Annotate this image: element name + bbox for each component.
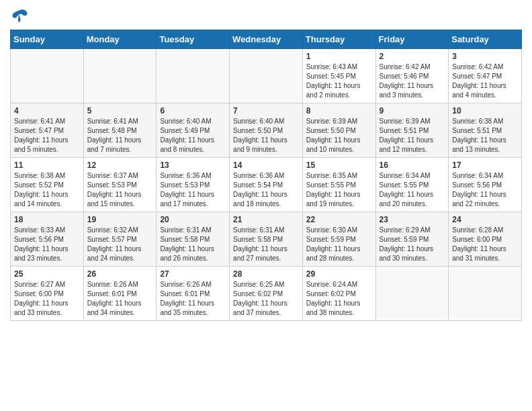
day-info: Sunrise: 6:31 AM Sunset: 5:58 PM Dayligh…	[160, 226, 214, 262]
day-info: Sunrise: 6:30 AM Sunset: 5:59 PM Dayligh…	[306, 226, 361, 262]
calendar-day-cell: 23Sunrise: 6:29 AM Sunset: 5:59 PM Dayli…	[375, 212, 449, 267]
day-info: Sunrise: 6:36 AM Sunset: 5:54 PM Dayligh…	[233, 172, 287, 208]
day-info: Sunrise: 6:32 AM Sunset: 5:57 PM Dayligh…	[87, 226, 142, 262]
day-number: 5	[87, 106, 153, 116]
calendar-day-cell: 14Sunrise: 6:36 AM Sunset: 5:54 PM Dayli…	[230, 158, 303, 212]
column-header-wednesday: Wednesday	[230, 30, 303, 49]
day-number: 19	[87, 215, 153, 224]
calendar-day-cell: 6Sunrise: 6:40 AM Sunset: 5:49 PM Daylig…	[157, 103, 230, 158]
calendar-day-cell: 18Sunrise: 6:33 AM Sunset: 5:56 PM Dayli…	[11, 212, 84, 267]
day-number: 2	[380, 52, 445, 61]
day-number: 25	[14, 269, 80, 279]
day-info: Sunrise: 6:40 AM Sunset: 5:49 PM Dayligh…	[160, 118, 214, 153]
calendar-empty-cell	[449, 267, 522, 321]
calendar-empty-cell	[375, 267, 449, 321]
calendar-week-row: 18Sunrise: 6:33 AM Sunset: 5:56 PM Dayli…	[11, 212, 522, 267]
day-number: 3	[452, 52, 518, 61]
day-number: 12	[87, 161, 153, 170]
column-header-monday: Monday	[83, 30, 157, 49]
calendar-day-cell: 5Sunrise: 6:41 AM Sunset: 5:48 PM Daylig…	[83, 103, 157, 158]
calendar-day-cell: 26Sunrise: 6:26 AM Sunset: 6:01 PM Dayli…	[83, 267, 157, 321]
logo-bird-icon	[10, 7, 29, 26]
day-info: Sunrise: 6:27 AM Sunset: 6:00 PM Dayligh…	[14, 281, 69, 316]
day-info: Sunrise: 6:26 AM Sunset: 6:01 PM Dayligh…	[87, 281, 142, 316]
day-number: 11	[14, 161, 80, 170]
day-info: Sunrise: 6:35 AM Sunset: 5:55 PM Dayligh…	[306, 172, 361, 208]
day-number: 18	[14, 215, 80, 224]
day-info: Sunrise: 6:39 AM Sunset: 5:51 PM Dayligh…	[380, 118, 434, 153]
calendar-empty-cell	[157, 49, 230, 103]
calendar-empty-cell	[230, 49, 303, 103]
day-info: Sunrise: 6:34 AM Sunset: 5:55 PM Dayligh…	[380, 172, 434, 208]
calendar-day-cell: 3Sunrise: 6:42 AM Sunset: 5:47 PM Daylig…	[449, 49, 522, 103]
day-number: 22	[306, 215, 372, 224]
day-info: Sunrise: 6:41 AM Sunset: 5:47 PM Dayligh…	[14, 118, 69, 153]
calendar-day-cell: 28Sunrise: 6:25 AM Sunset: 6:02 PM Dayli…	[230, 267, 303, 321]
day-info: Sunrise: 6:38 AM Sunset: 5:52 PM Dayligh…	[14, 172, 69, 208]
calendar-day-cell: 22Sunrise: 6:30 AM Sunset: 5:59 PM Dayli…	[302, 212, 375, 267]
day-number: 10	[452, 106, 518, 116]
day-info: Sunrise: 6:39 AM Sunset: 5:50 PM Dayligh…	[306, 118, 361, 153]
day-info: Sunrise: 6:40 AM Sunset: 5:50 PM Dayligh…	[233, 118, 287, 153]
day-number: 9	[380, 106, 445, 116]
day-info: Sunrise: 6:37 AM Sunset: 5:53 PM Dayligh…	[87, 172, 142, 208]
calendar-day-cell: 4Sunrise: 6:41 AM Sunset: 5:47 PM Daylig…	[11, 103, 84, 158]
calendar-day-cell: 8Sunrise: 6:39 AM Sunset: 5:50 PM Daylig…	[302, 103, 375, 158]
day-info: Sunrise: 6:28 AM Sunset: 6:00 PM Dayligh…	[452, 226, 506, 262]
day-info: Sunrise: 6:36 AM Sunset: 5:53 PM Dayligh…	[160, 172, 214, 208]
calendar-day-cell: 16Sunrise: 6:34 AM Sunset: 5:55 PM Dayli…	[375, 158, 449, 212]
day-info: Sunrise: 6:42 AM Sunset: 5:46 PM Dayligh…	[380, 63, 434, 99]
day-info: Sunrise: 6:43 AM Sunset: 5:45 PM Dayligh…	[306, 63, 361, 99]
calendar-day-cell: 17Sunrise: 6:34 AM Sunset: 5:56 PM Dayli…	[449, 158, 522, 212]
calendar-header-row: SundayMondayTuesdayWednesdayThursdayFrid…	[11, 30, 522, 49]
day-number: 27	[160, 269, 226, 279]
calendar-day-cell: 9Sunrise: 6:39 AM Sunset: 5:51 PM Daylig…	[375, 103, 449, 158]
calendar-day-cell: 10Sunrise: 6:38 AM Sunset: 5:51 PM Dayli…	[449, 103, 522, 158]
day-info: Sunrise: 6:41 AM Sunset: 5:48 PM Dayligh…	[87, 118, 142, 153]
day-info: Sunrise: 6:29 AM Sunset: 5:59 PM Dayligh…	[380, 226, 434, 262]
day-number: 29	[306, 269, 372, 279]
day-number: 8	[306, 106, 372, 116]
calendar-empty-cell	[11, 49, 84, 103]
day-number: 1	[306, 52, 372, 61]
calendar-day-cell: 27Sunrise: 6:26 AM Sunset: 6:01 PM Dayli…	[157, 267, 230, 321]
day-info: Sunrise: 6:38 AM Sunset: 5:51 PM Dayligh…	[452, 118, 506, 153]
day-info: Sunrise: 6:26 AM Sunset: 6:01 PM Dayligh…	[160, 281, 214, 316]
day-number: 16	[380, 161, 445, 170]
day-number: 15	[306, 161, 372, 170]
logo	[10, 7, 32, 26]
column-header-saturday: Saturday	[449, 30, 522, 49]
calendar-week-row: 1Sunrise: 6:43 AM Sunset: 5:45 PM Daylig…	[11, 49, 522, 103]
calendar-day-cell: 20Sunrise: 6:31 AM Sunset: 5:58 PM Dayli…	[157, 212, 230, 267]
calendar-day-cell: 12Sunrise: 6:37 AM Sunset: 5:53 PM Dayli…	[83, 158, 157, 212]
column-header-tuesday: Tuesday	[157, 30, 230, 49]
day-number: 23	[380, 215, 445, 224]
day-info: Sunrise: 6:33 AM Sunset: 5:56 PM Dayligh…	[14, 226, 69, 262]
day-info: Sunrise: 6:25 AM Sunset: 6:02 PM Dayligh…	[233, 281, 287, 316]
calendar-day-cell: 11Sunrise: 6:38 AM Sunset: 5:52 PM Dayli…	[11, 158, 84, 212]
page-header	[10, 7, 522, 26]
day-number: 26	[87, 269, 153, 279]
day-info: Sunrise: 6:31 AM Sunset: 5:58 PM Dayligh…	[233, 226, 287, 262]
column-header-thursday: Thursday	[302, 30, 375, 49]
calendar-day-cell: 29Sunrise: 6:24 AM Sunset: 6:02 PM Dayli…	[302, 267, 375, 321]
calendar-day-cell: 24Sunrise: 6:28 AM Sunset: 6:00 PM Dayli…	[449, 212, 522, 267]
calendar-day-cell: 25Sunrise: 6:27 AM Sunset: 6:00 PM Dayli…	[11, 267, 84, 321]
day-number: 17	[452, 161, 518, 170]
calendar-day-cell: 2Sunrise: 6:42 AM Sunset: 5:46 PM Daylig…	[375, 49, 449, 103]
day-number: 7	[233, 106, 299, 116]
calendar-day-cell: 1Sunrise: 6:43 AM Sunset: 5:45 PM Daylig…	[302, 49, 375, 103]
day-info: Sunrise: 6:24 AM Sunset: 6:02 PM Dayligh…	[306, 281, 361, 316]
calendar-table: SundayMondayTuesdayWednesdayThursdayFrid…	[10, 30, 522, 321]
day-number: 6	[160, 106, 226, 116]
day-number: 14	[233, 161, 299, 170]
calendar-empty-cell	[83, 49, 157, 103]
day-number: 4	[14, 106, 80, 116]
calendar-day-cell: 13Sunrise: 6:36 AM Sunset: 5:53 PM Dayli…	[157, 158, 230, 212]
day-info: Sunrise: 6:42 AM Sunset: 5:47 PM Dayligh…	[452, 63, 506, 99]
calendar-day-cell: 7Sunrise: 6:40 AM Sunset: 5:50 PM Daylig…	[230, 103, 303, 158]
day-number: 20	[160, 215, 226, 224]
day-number: 24	[452, 215, 518, 224]
calendar-day-cell: 21Sunrise: 6:31 AM Sunset: 5:58 PM Dayli…	[230, 212, 303, 267]
day-number: 28	[233, 269, 299, 279]
